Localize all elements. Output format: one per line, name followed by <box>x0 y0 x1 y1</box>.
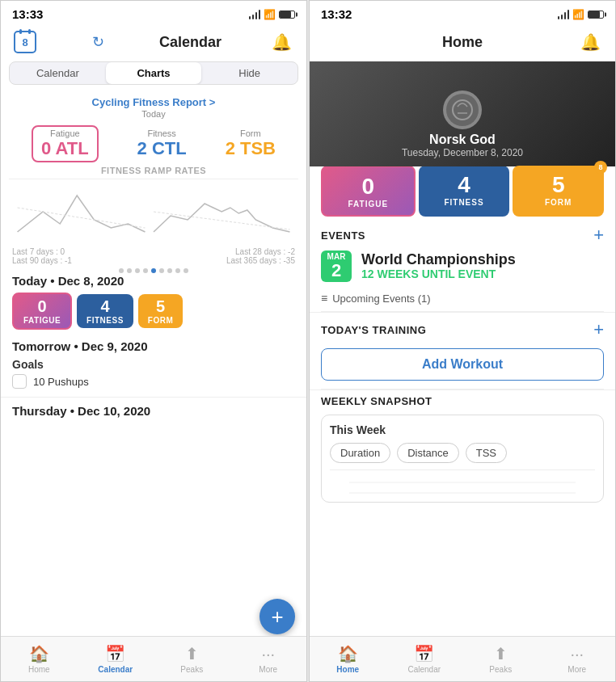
peaks-icon-right: ⬆ <box>494 644 508 663</box>
profile-name: Norsk God <box>429 133 496 147</box>
weekly-card: This Week Duration Distance TSS <box>321 415 604 503</box>
chart-label-top-right: Last 28 days : -2 <box>235 247 295 256</box>
nav-calendar-left[interactable]: 📅 Calendar <box>78 641 154 677</box>
event-day: 2 <box>321 261 352 280</box>
events-add-button[interactable]: + <box>593 226 604 244</box>
nav-peaks-left[interactable]: ⬆ Peaks <box>154 641 230 677</box>
training-add-button[interactable]: + <box>593 319 604 340</box>
fab-button[interactable]: + <box>259 599 295 634</box>
profile-background: Norsk God Tuesday, December 8, 2020 <box>310 61 615 166</box>
goal-checkbox[interactable] <box>12 374 27 389</box>
event-countdown: 12 WEEKS UNTIL EVENT <box>361 267 516 280</box>
today-fatigue-label: FATIGUE <box>23 316 61 325</box>
chart-area: Last 7 days : 0 Last 28 days : -2 Last 9… <box>9 179 298 267</box>
pill-tss[interactable]: TSS <box>466 443 507 463</box>
nav-calendar-label-left: Calendar <box>98 665 133 674</box>
goals-box: Goals 10 Pushups <box>12 353 295 394</box>
pill-distance[interactable]: Distance <box>397 443 459 463</box>
home-icon-right: 🏠 <box>338 644 358 663</box>
add-workout-button[interactable]: Add Workout <box>321 348 604 381</box>
nav-home-right[interactable]: 🏠 Home <box>310 641 386 677</box>
nav-more-left[interactable]: ··· More <box>230 642 307 677</box>
today-fitness-value: 4 <box>86 297 124 316</box>
nav-home-left[interactable]: 🏠 Home <box>1 641 78 677</box>
today-fatigue: 0 FATIGUE <box>12 293 72 330</box>
dot-6 <box>159 268 164 273</box>
upcoming-events-link[interactable]: ≡ Upcoming Events (1) <box>310 288 615 311</box>
nav-home-label-left: Home <box>28 665 50 674</box>
bottom-nav-left: 🏠 Home 📅 Calendar ⬆ Peaks ··· More <box>1 636 306 681</box>
tab-calendar[interactable]: Calendar <box>10 62 106 84</box>
tab-hide[interactable]: Hide <box>201 62 297 84</box>
form-value: 2 TSB <box>226 138 276 159</box>
today-fitness: 4 FITNESS <box>77 294 133 328</box>
ramp-title: FITNESS RAMP RATES <box>1 166 306 179</box>
fitness-label: Fitness <box>147 128 175 138</box>
right-scroll-area: Norsk God Tuesday, December 8, 2020 0 FA… <box>310 61 615 681</box>
thursday-title: Thursday • Dec 10, 2020 <box>12 404 295 418</box>
weekly-pills: Duration Distance TSS <box>330 443 595 463</box>
wifi-icon: 📶 <box>264 9 276 20</box>
metric-fitness: Fitness 2 CTL <box>137 128 187 159</box>
svg-point-2 <box>446 94 479 126</box>
home-icon-left: 🏠 <box>29 644 49 663</box>
notification-button-right[interactable]: 🔔 <box>578 29 604 55</box>
chart-labels: Last 7 days : 0 Last 28 days : -2 <box>9 247 298 256</box>
calendar-icon: 8 <box>14 31 36 53</box>
event-item: MAR 2 World Championships 12 WEEKS UNTIL… <box>310 247 615 288</box>
event-date-box: MAR 2 <box>321 250 352 282</box>
calendar-button[interactable]: 8 <box>12 29 38 55</box>
nav-more-label-right: More <box>567 665 586 674</box>
event-name: World Championships <box>361 252 516 268</box>
nav-peaks-label-left: Peaks <box>180 665 203 674</box>
training-header: TODAY'S TRAINING + <box>310 312 615 343</box>
metric-form: Form 2 TSB <box>226 128 276 159</box>
events-header: EVENTS + <box>310 217 615 247</box>
today-form-label: FORM <box>148 316 173 325</box>
weekly-card-title: This Week <box>330 423 595 436</box>
nav-calendar-right[interactable]: 📅 Calendar <box>386 641 463 677</box>
pill-duration[interactable]: Duration <box>330 443 390 463</box>
chart-svg <box>9 179 298 244</box>
training-title: TODAY'S TRAINING <box>321 324 426 336</box>
tomorrow-title: Tomorrow • Dec 9, 2020 <box>12 339 295 353</box>
fitness-report-subtitle: Today <box>9 109 298 119</box>
fitness-report: Cycling Fitness Report > Today <box>1 91 306 120</box>
home-metrics: 0 FATIGUE 4 FITNESS 8 5 FORM <box>321 166 604 217</box>
home-form-value: 5 <box>516 172 601 198</box>
battery-icon-right <box>588 11 604 19</box>
nav-more-label-left: More <box>259 665 277 674</box>
today-metrics: 0 FATIGUE 4 FITNESS 5 FORM <box>12 293 295 330</box>
event-info: World Championships 12 WEEKS UNTIL EVENT <box>361 252 516 281</box>
refresh-icon: ↻ <box>92 33 104 51</box>
nav-peaks-label-right: Peaks <box>489 665 512 674</box>
left-scroll-area: Cycling Fitness Report > Today Fatigue 0… <box>1 91 306 681</box>
events-title: EVENTS <box>321 229 365 242</box>
svg-line-1 <box>154 212 289 229</box>
dot-2 <box>127 268 132 273</box>
calendar-nav-icon-right: 📅 <box>414 644 434 663</box>
home-fatigue-value: 0 <box>326 174 411 200</box>
nav-more-right[interactable]: ··· More <box>539 642 616 677</box>
weekly-title: WEEKLY SNAPSHOT <box>321 395 432 407</box>
status-icons-left: 📶 <box>249 9 296 20</box>
app-header-left: 8 ↻ Calendar 🔔 <box>1 24 306 61</box>
home-fitness-label: FITNESS <box>422 198 507 207</box>
add-workout-label: Add Workout <box>422 357 503 371</box>
fatigue-value: 0 ATL <box>41 138 89 159</box>
notification-button-left[interactable]: 🔔 <box>269 29 295 55</box>
home-form: 8 5 FORM <box>513 166 604 217</box>
battery-icon <box>279 11 295 19</box>
status-bar-right: 13:32 📶 <box>310 1 615 24</box>
fitness-report-title[interactable]: Cycling Fitness Report > <box>92 96 216 108</box>
header-title-left: Calendar <box>159 34 222 51</box>
more-icon-right: ··· <box>570 645 584 663</box>
goal-text: 10 Pushups <box>33 376 89 388</box>
time-left: 13:33 <box>12 7 43 21</box>
thursday-section: Thursday • Dec 10, 2020 <box>1 397 306 429</box>
nav-home-label-right: Home <box>336 665 359 674</box>
refresh-button[interactable]: ↻ <box>86 29 112 55</box>
today-form: 5 FORM <box>138 294 183 328</box>
nav-peaks-right[interactable]: ⬆ Peaks <box>462 641 539 677</box>
tab-charts[interactable]: Charts <box>106 62 202 84</box>
